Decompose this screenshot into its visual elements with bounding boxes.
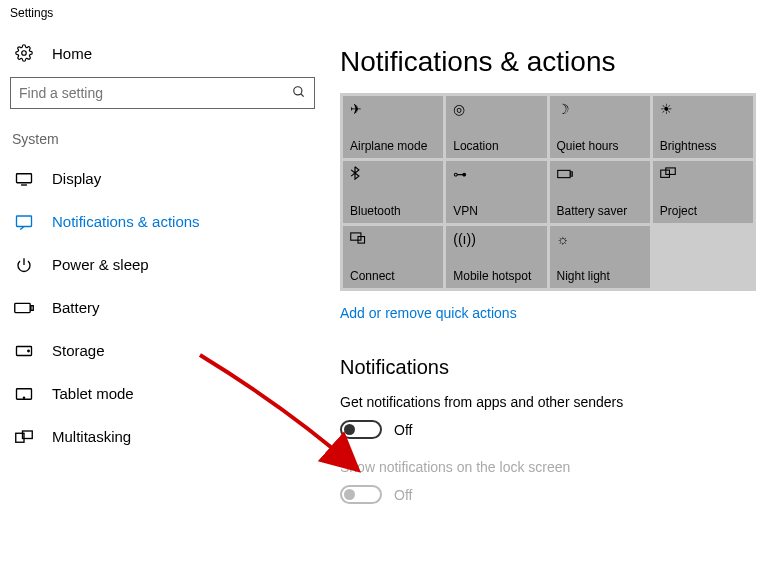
tile-label: Quiet hours: [557, 140, 643, 153]
project-icon: [660, 166, 746, 182]
sidebar-item-label: Notifications & actions: [52, 213, 200, 230]
qa-tile-hotspot[interactable]: ((ı)) Mobile hotspot: [446, 226, 546, 288]
sidebar-item-label: Battery: [52, 299, 100, 316]
search-input[interactable]: [19, 85, 292, 101]
notifications-heading: Notifications: [340, 356, 756, 379]
search-box[interactable]: [10, 77, 315, 109]
qa-tile-project[interactable]: Project: [653, 161, 753, 223]
svg-rect-3: [17, 173, 32, 182]
sidebar-item-label: Power & sleep: [52, 256, 149, 273]
toggle-knob: [344, 489, 355, 500]
tile-label: Night light: [557, 270, 643, 283]
svg-rect-8: [31, 305, 33, 310]
qa-tile-location[interactable]: ◎ Location: [446, 96, 546, 158]
battery-saver-icon: [557, 166, 643, 182]
svg-rect-5: [17, 216, 32, 227]
svg-line-2: [301, 93, 304, 96]
tablet-icon: [14, 387, 34, 401]
qa-tile-connect[interactable]: Connect: [343, 226, 443, 288]
night-light-icon: ☼: [557, 231, 643, 247]
sidebar-item-battery[interactable]: Battery: [10, 286, 315, 329]
hotspot-icon: ((ı)): [453, 231, 539, 247]
svg-rect-18: [666, 168, 675, 175]
svg-rect-15: [557, 170, 569, 177]
home-label: Home: [52, 45, 92, 62]
qa-tile-airplane[interactable]: ✈ Airplane mode: [343, 96, 443, 158]
sidebar-item-label: Display: [52, 170, 101, 187]
vpn-icon: ⊶: [453, 166, 539, 182]
battery-icon: [14, 302, 34, 314]
tile-label: Bluetooth: [350, 205, 436, 218]
moon-icon: ☽: [557, 101, 643, 117]
tile-label: Mobile hotspot: [453, 270, 539, 283]
tile-label: VPN: [453, 205, 539, 218]
qa-tile-quiet-hours[interactable]: ☽ Quiet hours: [550, 96, 650, 158]
sidebar-item-storage[interactable]: Storage: [10, 329, 315, 372]
sidebar-section-label: System: [10, 131, 315, 147]
monitor-icon: [14, 172, 34, 186]
qa-tile-night-light[interactable]: ☼ Night light: [550, 226, 650, 288]
sidebar-item-label: Storage: [52, 342, 105, 359]
setting-label-apps: Get notifications from apps and other se…: [340, 394, 756, 410]
sidebar-item-multitasking[interactable]: Multitasking: [10, 415, 315, 458]
notifications-icon: [14, 214, 34, 230]
sidebar: Home System Display Notifications & acti…: [10, 26, 330, 524]
home-button[interactable]: Home: [10, 26, 315, 77]
svg-point-12: [23, 397, 24, 398]
toggle-lockscreen-notifications: [340, 485, 382, 504]
qa-tile-bluetooth[interactable]: Bluetooth: [343, 161, 443, 223]
tile-label: Airplane mode: [350, 140, 436, 153]
qa-tile-battery-saver[interactable]: Battery saver: [550, 161, 650, 223]
svg-point-10: [28, 350, 30, 352]
svg-rect-16: [570, 172, 571, 176]
toggle-state: Off: [394, 487, 412, 503]
sidebar-item-label: Tablet mode: [52, 385, 134, 402]
tile-label: Project: [660, 205, 746, 218]
setting-label-lockscreen: Show notifications on the lock screen: [340, 459, 756, 475]
power-icon: [14, 257, 34, 273]
svg-rect-7: [15, 303, 30, 312]
qa-tile-vpn[interactable]: ⊶ VPN: [446, 161, 546, 223]
search-icon: [292, 85, 306, 102]
brightness-icon: ☀: [660, 101, 746, 117]
storage-icon: [14, 344, 34, 358]
sidebar-item-notifications[interactable]: Notifications & actions: [10, 200, 315, 243]
window-title: Settings: [0, 0, 766, 26]
qa-tile-empty: [653, 226, 753, 288]
quick-actions-link[interactable]: Add or remove quick actions: [340, 305, 756, 321]
quick-actions-grid: ✈ Airplane mode ◎ Location ☽ Quiet hours…: [340, 93, 756, 291]
bluetooth-icon: [350, 166, 436, 183]
page-heading: Notifications & actions: [340, 46, 756, 78]
toggle-state: Off: [394, 422, 412, 438]
connect-icon: [350, 231, 436, 247]
qa-tile-brightness[interactable]: ☀ Brightness: [653, 96, 753, 158]
toggle-apps-notifications[interactable]: [340, 420, 382, 439]
svg-rect-17: [660, 170, 669, 177]
main-content: Notifications & actions ✈ Airplane mode …: [330, 26, 756, 524]
svg-point-0: [22, 51, 27, 56]
tile-label: Battery saver: [557, 205, 643, 218]
sidebar-item-power[interactable]: Power & sleep: [10, 243, 315, 286]
multitasking-icon: [14, 430, 34, 444]
tile-label: Brightness: [660, 140, 746, 153]
sidebar-item-tablet[interactable]: Tablet mode: [10, 372, 315, 415]
svg-point-1: [294, 86, 302, 94]
gear-icon: [14, 44, 34, 62]
toggle-knob: [344, 424, 355, 435]
tile-label: Connect: [350, 270, 436, 283]
airplane-icon: ✈: [350, 101, 436, 117]
location-icon: ◎: [453, 101, 539, 117]
tile-label: Location: [453, 140, 539, 153]
sidebar-item-label: Multitasking: [52, 428, 131, 445]
sidebar-item-display[interactable]: Display: [10, 157, 315, 200]
